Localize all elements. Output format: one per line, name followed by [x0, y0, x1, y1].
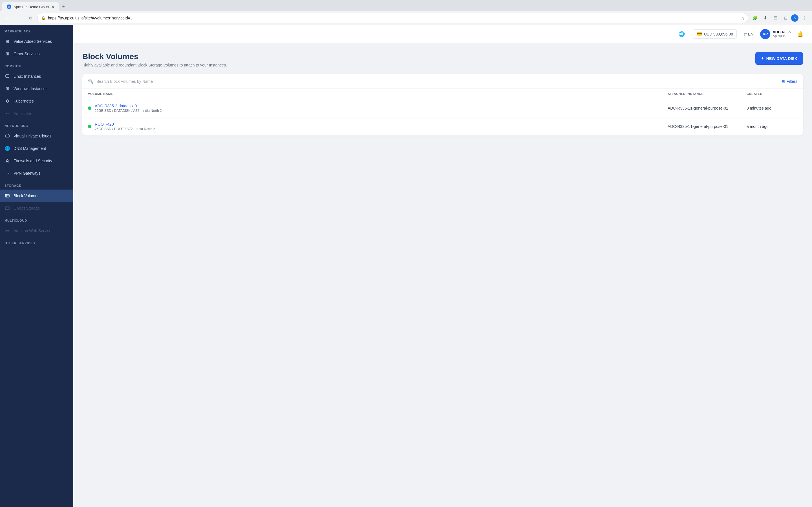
sidebar-item-label: Other Services	[13, 52, 40, 56]
browser-actions: 🧩 ⬇ ☰ ⊡ K ⋮	[751, 13, 809, 22]
volume-cell-1: ADC-R335-2-datadisk-01 25GB SSD / DATADI…	[88, 104, 668, 113]
filter-icon: ⊟	[781, 79, 785, 83]
sidebar-item-block-volumes[interactable]: Block Volumes	[0, 189, 73, 202]
sidebar-item-value-added-services[interactable]: ⊞ Value Added Services	[0, 35, 73, 48]
plus-icon: +	[761, 55, 764, 61]
sidebar-section-multicloud: MULTICLOUD	[0, 214, 73, 224]
download-button[interactable]: ⬇	[761, 13, 770, 22]
new-data-disk-button[interactable]: + NEW DATA DISK	[755, 52, 803, 65]
wallet-icon: 💳	[696, 31, 702, 37]
volume-meta-2: 25GB SSD / ROOT / AZ2 - India North 2	[95, 127, 155, 131]
sidebar-item-virtual-private-clouds[interactable]: Virtual Private Clouds	[0, 130, 73, 142]
svg-rect-3	[6, 134, 8, 135]
svg-rect-1	[6, 78, 8, 78]
tab-close-button[interactable]: ✕	[51, 4, 55, 10]
globe-icon: 🌐	[679, 31, 685, 37]
column-header-volume-name: VOLUME NAME	[88, 92, 668, 96]
history-button[interactable]: ☰	[771, 13, 780, 22]
sidebar-item-label: Kubernetes	[13, 99, 34, 103]
volume-info-2: ROOT-420 25GB SSD / ROOT / AZ2 - India N…	[95, 122, 155, 131]
aws-icon: aws	[4, 228, 10, 233]
sidebar-item-label: DNS Management	[13, 146, 46, 151]
sidebar-item-label: Firewalls and Security	[13, 159, 52, 163]
globe-button[interactable]: 🌐	[675, 29, 688, 39]
refresh-button[interactable]: ↻	[26, 13, 35, 22]
sidebar-item-vpn-gateways[interactable]: 🛡 VPN Gateways	[0, 167, 73, 179]
search-box: 🔍	[88, 78, 781, 84]
forward-button[interactable]: →	[15, 13, 24, 22]
language-button[interactable]: ⇄ EN	[741, 30, 756, 38]
sidebar-item-label: Virtual Private Clouds	[13, 134, 51, 138]
sidebar-item-firewalls-and-security[interactable]: Firewalls and Security	[0, 155, 73, 167]
page-title-section: Block Volumes Highly available and redun…	[82, 52, 227, 67]
svg-rect-2	[5, 135, 9, 137]
object-storage-icon	[4, 205, 10, 211]
sidebar-item-amazon-web-services: aws Amazon Web Services	[0, 224, 73, 237]
search-icon: 🔍	[88, 78, 94, 84]
sidebar-item-label: Value Added Services	[13, 39, 52, 44]
svg-rect-0	[6, 75, 9, 77]
sidebar-item-label: Linux Instances	[13, 74, 41, 78]
sidebar-item-other-services[interactable]: ⊞ Other Services	[0, 48, 73, 60]
balance-text: USD 999,696.38	[704, 32, 733, 36]
other-services-icon: ⊞	[4, 51, 10, 57]
sidebar-toggle-button[interactable]: ⊡	[781, 13, 790, 22]
kubernetes-icon: ⚙	[4, 98, 10, 104]
menu-button[interactable]: ⋮	[800, 13, 809, 22]
app-container: MARKETPLACE ⊞ Value Added Services ⊞ Oth…	[0, 25, 812, 507]
new-data-disk-label: NEW DATA DISK	[766, 56, 797, 61]
linux-instances-icon	[4, 73, 10, 79]
notifications-button[interactable]: 🔔	[795, 29, 805, 39]
sidebar-item-label: Windows Instances	[13, 87, 48, 91]
browser-tab-active[interactable]: A Apiculus Demo Cloud ✕	[2, 2, 59, 11]
browser-chrome: A Apiculus Demo Cloud ✕ + ← → ↻ 🔒 https:…	[0, 0, 812, 25]
attached-instance-1: ADC-R335-11-general-purpose-01	[668, 106, 747, 110]
back-button[interactable]: ←	[3, 13, 12, 22]
search-input[interactable]	[96, 79, 781, 83]
sidebar-item-kubernetes[interactable]: ⚙ Kubernetes	[0, 95, 73, 107]
wallet-button[interactable]: 💳 USD 999,696.38	[693, 29, 737, 39]
tab-title: Apiculus Demo Cloud	[13, 5, 49, 9]
page-header: Block Volumes Highly available and redun…	[82, 52, 803, 67]
filters-label: Filters	[786, 79, 797, 83]
sidebar-item-dns-management[interactable]: 🌐 DNS Management	[0, 142, 73, 155]
vpn-icon: 🛡	[4, 170, 10, 176]
sidebar-item-linux-instances[interactable]: Linux Instances	[0, 70, 73, 82]
bookmark-icon[interactable]: ☆	[741, 15, 745, 21]
created-2: a month ago	[747, 124, 797, 129]
volume-meta-1: 25GB SSD / DATADISK / AZ2 - India North …	[95, 109, 162, 113]
column-header-created: CREATED	[747, 92, 797, 96]
windows-instances-icon: ⊞	[4, 86, 10, 92]
volume-info-1: ADC-R335-2-datadisk-01 25GB SSD / DATADI…	[95, 104, 162, 113]
volume-name-2[interactable]: ROOT-420	[95, 122, 155, 126]
address-bar[interactable]: 🔒 https://try.apiculus.io/site/#/volumes…	[37, 13, 748, 23]
sidebar: MARKETPLACE ⊞ Value Added Services ⊞ Oth…	[0, 25, 73, 507]
sidebar-item-autoscale: ✒ Autoscale	[0, 107, 73, 120]
user-info: ADC-R335 Apiculus	[772, 30, 791, 38]
sidebar-section-networking: NETWORKING	[0, 120, 73, 130]
firewall-icon	[4, 158, 10, 164]
vpc-icon	[4, 133, 10, 139]
url-text: https://try.apiculus.io/site/#/volumes?s…	[48, 16, 739, 20]
table-row: ROOT-420 25GB SSD / ROOT / AZ2 - India N…	[82, 117, 803, 135]
table-row: ADC-R335-2-datadisk-01 25GB SSD / DATADI…	[82, 99, 803, 117]
block-volumes-icon	[4, 193, 10, 199]
volume-name-1[interactable]: ADC-R335-2-datadisk-01	[95, 104, 162, 108]
sidebar-item-windows-instances[interactable]: ⊞ Windows Instances	[0, 82, 73, 95]
language-label: EN	[748, 32, 753, 36]
sidebar-section-other-services: OTHER SERVICES	[0, 237, 73, 247]
page-subtitle: Highly available and redundant Block Sto…	[82, 63, 227, 67]
user-name: ADC-R335	[772, 30, 791, 34]
volume-cell-2: ROOT-420 25GB SSD / ROOT / AZ2 - India N…	[88, 122, 668, 131]
translate-icon: ⇄	[744, 32, 747, 36]
table-header: VOLUME NAME ATTACHED INSTANCE CREATED	[82, 89, 803, 99]
new-tab-button[interactable]: +	[59, 3, 67, 11]
extensions-button[interactable]: 🧩	[751, 13, 760, 22]
browser-user-avatar[interactable]: K	[791, 14, 799, 22]
user-avatar[interactable]: KP	[760, 29, 770, 39]
browser-nav: ← → ↻ 🔒 https://try.apiculus.io/site/#/v…	[0, 11, 812, 25]
attached-instance-2: ADC-R335-11-general-purpose-01	[668, 124, 747, 129]
block-volumes-table-card: 🔍 ⊟ Filters VOLUME NAME ATTACHED INSTANC…	[82, 74, 803, 135]
autoscale-icon: ✒	[4, 111, 10, 116]
filters-button[interactable]: ⊟ Filters	[781, 79, 797, 83]
